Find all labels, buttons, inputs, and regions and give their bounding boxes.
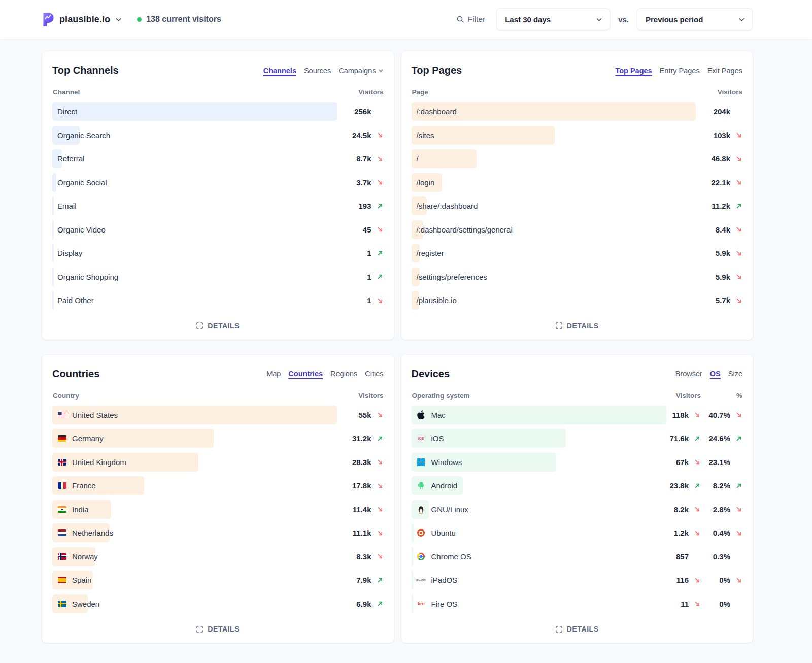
tab-exit-pages[interactable]: Exit Pages <box>707 67 742 75</box>
table-row[interactable]: /register5.9k <box>412 244 743 262</box>
tab-regions[interactable]: Regions <box>330 370 357 378</box>
table-row[interactable]: iPadOSiPadOS1160% <box>412 571 743 589</box>
table-row[interactable]: /share/:dashboard11.2k <box>412 196 743 215</box>
tab-size[interactable]: Size <box>728 370 742 378</box>
linux-icon <box>417 505 426 514</box>
visitors-value: 5.7k <box>706 296 730 305</box>
tab-browser[interactable]: Browser <box>675 370 702 378</box>
tab-label: Regions <box>330 370 357 378</box>
table-row[interactable]: Norway8.3k <box>52 547 384 566</box>
table-row[interactable]: Windows67k23.1% <box>412 453 743 472</box>
table-row[interactable]: Organic Social3.7k <box>52 173 384 192</box>
windows-icon <box>417 458 426 466</box>
table-row[interactable]: /:dashboard204k <box>412 102 743 121</box>
table-row[interactable]: Android23.8k8.2% <box>412 476 743 495</box>
value-bar <box>52 291 54 310</box>
ipados-icon: iPadOS <box>417 579 426 582</box>
table-row[interactable]: France17.8k <box>52 476 384 495</box>
chevron-down-icon[interactable] <box>115 16 122 23</box>
table-row[interactable]: Organic Search24.5k <box>52 126 384 145</box>
date-range-select[interactable]: Last 30 days <box>496 8 610 30</box>
table-row[interactable]: Germany31.2k <box>52 429 384 448</box>
table-row[interactable]: /sites103k <box>412 126 743 145</box>
visitors-value: 24.5k <box>347 131 371 140</box>
visitors-value: 22.1k <box>706 178 730 187</box>
row-label: Paid Other <box>57 296 94 305</box>
rows: /:dashboard204k/sites103k/46.8k/login22.… <box>412 102 743 315</box>
table-row[interactable]: GNU/Linux8.2k2.8% <box>412 500 743 519</box>
table-row[interactable]: /plausible.io5.7k <box>412 291 743 310</box>
trend-down-icon <box>730 577 742 584</box>
table-row[interactable]: Email193 <box>52 196 384 215</box>
table-row[interactable]: Referral8.7k <box>52 149 384 168</box>
visitors-value: 28.3k <box>347 458 371 467</box>
tab-entry-pages[interactable]: Entry Pages <box>660 67 700 75</box>
trend-down-icon <box>730 411 742 418</box>
table-row[interactable]: /login22.1k <box>412 173 743 192</box>
details-button[interactable]: DETAILS <box>193 624 243 634</box>
row-label: GNU/Linux <box>431 505 468 514</box>
details-label: DETAILS <box>208 625 240 633</box>
vs-label: vs. <box>618 15 629 24</box>
table-row[interactable]: Display1 <box>52 244 384 262</box>
table-row[interactable]: fireFire OS110% <box>412 594 743 613</box>
table-row[interactable]: Organic Video45 <box>52 220 384 239</box>
table-row[interactable]: Ubuntu1.2k0.4% <box>412 523 743 542</box>
visitors-value: 8.4k <box>706 225 730 234</box>
visitors-value: 1 <box>347 273 371 281</box>
table-row[interactable]: Mac118k40.7% <box>412 406 743 424</box>
table-row[interactable]: /settings/preferences5.9k <box>412 268 743 286</box>
tab-top-pages[interactable]: Top Pages <box>615 67 652 75</box>
table-row[interactable]: United States55k <box>52 406 384 424</box>
card-title: Countries <box>52 368 99 380</box>
percent-value: 0.4% <box>701 528 730 537</box>
table-row[interactable]: Direct256k <box>52 102 384 121</box>
flag-no-icon <box>57 553 66 560</box>
value-bar <box>412 149 477 168</box>
details-button[interactable]: DETAILS <box>552 624 602 634</box>
table-row[interactable]: Spain7.9k <box>52 571 384 589</box>
tab-countries[interactable]: Countries <box>288 370 323 378</box>
comparison-select[interactable]: Previous period <box>637 8 753 30</box>
column-header-percent: % <box>701 392 742 400</box>
percent-value: 40.7% <box>701 411 730 419</box>
trend-down-icon <box>730 529 742 537</box>
visitors-value: 55k <box>347 411 371 419</box>
chrome-icon <box>417 553 426 560</box>
table-row[interactable]: Chrome OS8570.3% <box>412 547 743 566</box>
tab-channels[interactable]: Channels <box>263 67 296 75</box>
table-row[interactable]: iOSiOS71.6k24.6% <box>412 429 743 448</box>
table-row[interactable]: United Kingdom28.3k <box>52 453 384 472</box>
tab-label: Campaigns <box>339 67 376 75</box>
tab-cities[interactable]: Cities <box>365 370 383 378</box>
details-button[interactable]: DETAILS <box>552 321 602 330</box>
trend-down-icon <box>371 155 384 162</box>
visitors-value: 8.3k <box>347 552 371 561</box>
table-row[interactable]: Netherlands11.1k <box>52 523 384 542</box>
table-row[interactable]: Paid Other1 <box>52 291 384 310</box>
value-bar <box>52 244 54 262</box>
site-switcher[interactable]: plausible.io <box>42 12 122 27</box>
card-title: Top Channels <box>52 64 119 76</box>
tab-campaigns[interactable]: Campaigns <box>339 67 383 75</box>
tab-map[interactable]: Map <box>266 370 281 378</box>
trend-down-icon <box>371 179 384 186</box>
percent-value: 0% <box>701 600 730 608</box>
filter-button[interactable]: Filter <box>453 14 488 24</box>
trend-up-icon <box>371 435 384 442</box>
table-row[interactable]: /46.8k <box>412 149 743 168</box>
table-row[interactable]: /:dashboard/settings/general8.4k <box>412 220 743 239</box>
table-row[interactable]: India11.4k <box>52 500 384 519</box>
details-button[interactable]: DETAILS <box>193 321 243 330</box>
table-row[interactable]: Organic Shopping1 <box>52 268 384 286</box>
comparison-value: Previous period <box>646 15 703 24</box>
visitors-value: 204k <box>706 107 730 116</box>
table-row[interactable]: Sweden6.9k <box>52 594 384 613</box>
row-label: United Kingdom <box>72 458 126 467</box>
tab-sources[interactable]: Sources <box>304 67 331 75</box>
tab-os[interactable]: OS <box>710 370 721 378</box>
top-bar: plausible.io 138 current visitors Filter… <box>0 0 812 39</box>
visitors-value: 45 <box>347 225 371 234</box>
visitors-value: 11.4k <box>347 505 371 514</box>
row-label: Email <box>57 202 77 210</box>
